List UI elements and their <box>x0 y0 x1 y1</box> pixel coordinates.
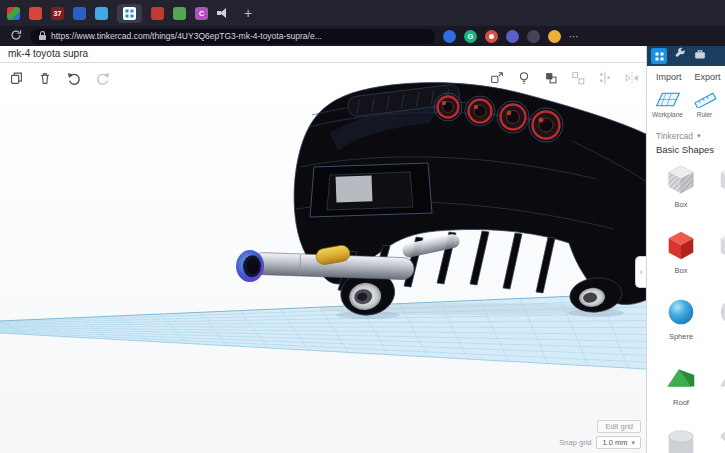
extension-blue-icon[interactable] <box>443 30 456 43</box>
shape-partial-col2[interactable] <box>707 158 725 224</box>
sidebar-header <box>647 46 725 66</box>
shapes-sidebar: Import Export Workplane <box>646 46 725 453</box>
edit-grid-button[interactable]: Edit grid <box>597 420 641 433</box>
extension-indigo-icon[interactable] <box>506 30 519 43</box>
box-gray-icon <box>715 161 725 197</box>
shape-gray-icon <box>715 425 725 453</box>
export-button[interactable]: Export <box>695 72 721 82</box>
chevron-down-icon: ▾ <box>631 439 635 447</box>
tab-green[interactable] <box>173 7 186 20</box>
ruler-tool[interactable]: Ruler <box>688 91 721 128</box>
shape-sphere[interactable]: Sphere <box>655 290 707 356</box>
wrench-icon[interactable] <box>673 47 687 65</box>
3d-scene[interactable] <box>0 63 646 453</box>
shape-roof[interactable]: Roof <box>655 356 707 422</box>
grid-controls: Edit grid Snap grid 1.0 mm ▾ <box>559 420 641 449</box>
shape-gray-icon <box>715 293 725 329</box>
redo-button[interactable] <box>94 69 112 87</box>
workplane-label: Workplane <box>652 111 683 118</box>
shape-partial-col2[interactable] <box>707 224 725 290</box>
workplane-tool[interactable]: Workplane <box>651 91 684 128</box>
tab-blue[interactable] <box>73 7 86 20</box>
tab-redcube[interactable] <box>151 7 164 20</box>
arrange-toolbar <box>488 69 641 87</box>
helper-tools: Workplane Ruler <box>647 88 725 128</box>
shape-grid: Box Box <box>647 158 725 453</box>
box-gray-icon <box>715 227 725 263</box>
cylinder-icon <box>663 425 699 453</box>
ruler-label: Ruler <box>697 111 713 118</box>
shape-label: Box <box>675 266 688 275</box>
url-field[interactable]: https://www.tinkercad.com/things/4UY3Q6e… <box>30 29 435 44</box>
import-export-row: Import Export <box>647 66 725 88</box>
tab-tinkercad-active[interactable] <box>117 4 142 23</box>
tinkercad-favicon-icon <box>123 7 136 20</box>
tab-lightblue[interactable] <box>95 7 108 20</box>
profile-avatar[interactable] <box>548 30 561 43</box>
undo-button[interactable] <box>65 69 83 87</box>
sphere-icon <box>663 293 699 329</box>
chevron-down-icon: ▾ <box>697 132 701 140</box>
browser-address-bar: https://www.tinkercad.com/things/4UY3Q6e… <box>0 26 725 46</box>
viewport: › Edit grid Snap grid 1.0 mm ▾ <box>0 63 646 453</box>
snap-grid-select[interactable]: 1.0 mm ▾ <box>596 436 641 449</box>
shape-gray-icon <box>715 359 725 395</box>
shape-label: Box <box>675 200 688 209</box>
browser-extensions: G ⋯ <box>443 30 580 43</box>
hide-icon[interactable] <box>488 69 506 87</box>
browser-window: 37 C + https://www.tinkercad.com/things/… <box>0 0 725 453</box>
toolbox-icon[interactable] <box>693 47 707 65</box>
tab-purple[interactable]: C <box>195 7 208 20</box>
supra-model[interactable] <box>235 83 646 319</box>
shape-label: Sphere <box>669 332 693 341</box>
shape-partial-col2[interactable] <box>707 290 725 356</box>
show-all-bulb-icon[interactable] <box>515 69 533 87</box>
chevron-right-icon: › <box>640 267 643 277</box>
browser-tab-bar: 37 C + <box>0 0 725 26</box>
design-title[interactable]: mk-4 toyota supra <box>8 48 88 59</box>
tab-red[interactable] <box>29 7 42 20</box>
workplane-icon <box>654 91 682 108</box>
license-recess <box>310 163 432 217</box>
new-tab-button[interactable]: + <box>244 7 252 20</box>
extension-dark-icon[interactable] <box>527 30 540 43</box>
shape-cylinder-partial[interactable] <box>655 422 707 453</box>
delete-button[interactable] <box>36 69 54 87</box>
shape-box-red[interactable]: Box <box>655 224 707 290</box>
design-title-bar: mk-4 toyota supra <box>0 46 646 63</box>
apps-grid-button[interactable] <box>651 48 667 64</box>
tab-audio-speaker-icon[interactable] <box>217 8 229 19</box>
snap-grid-label: Snap grid <box>559 438 591 447</box>
box-red-icon <box>663 227 699 263</box>
tab-purple-label: C <box>199 10 204 17</box>
lock-icon <box>39 35 46 40</box>
tab-maroon[interactable]: 37 <box>51 7 64 20</box>
panel-collapse-handle[interactable]: › <box>635 256 646 288</box>
group-button[interactable] <box>542 69 560 87</box>
ruler-icon <box>691 91 719 108</box>
browser-menu-icon[interactable]: ⋯ <box>569 31 580 42</box>
copy-button[interactable] <box>7 69 25 87</box>
tab-gizmo[interactable] <box>7 7 20 20</box>
tab-maroon-label: 37 <box>54 10 62 17</box>
extension-green-icon[interactable]: G <box>464 30 477 43</box>
mirror-button[interactable] <box>623 69 641 87</box>
align-button[interactable] <box>596 69 614 87</box>
shape-partial-col2[interactable] <box>707 422 725 453</box>
refresh-icon[interactable] <box>10 27 22 45</box>
shape-library-dropdown[interactable]: Tinkercad ▾ <box>647 128 725 141</box>
import-button[interactable]: Import <box>656 72 682 82</box>
edit-toolbar <box>7 69 112 87</box>
box-striped-icon <box>663 161 699 197</box>
url-text: https://www.tinkercad.com/things/4UY3Q6e… <box>51 31 322 41</box>
shape-label: Roof <box>673 398 689 407</box>
roof-icon <box>663 359 699 395</box>
shape-partial-col2[interactable] <box>707 356 725 422</box>
shape-box-striped[interactable]: Box <box>655 158 707 224</box>
camera-extension-icon[interactable] <box>485 30 498 43</box>
ungroup-button[interactable] <box>569 69 587 87</box>
